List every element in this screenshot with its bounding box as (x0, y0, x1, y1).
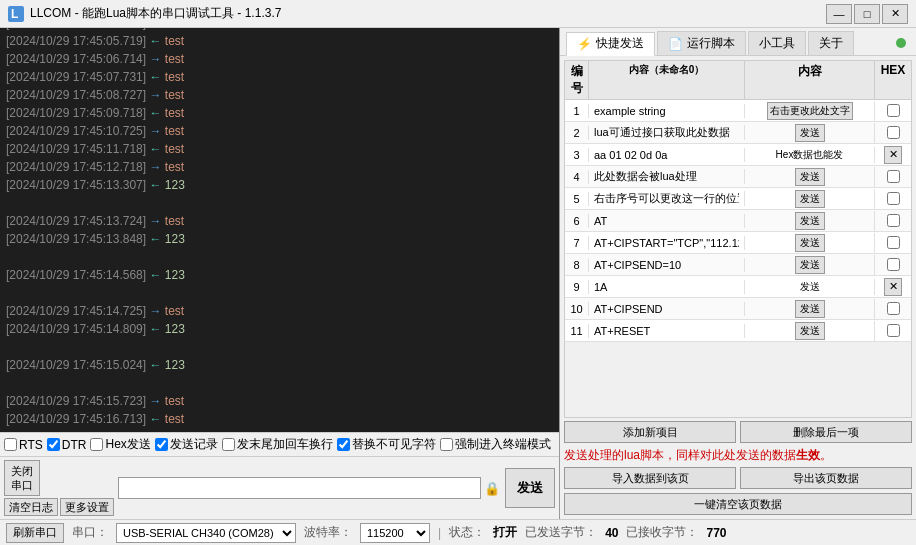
more-settings-button[interactable]: 更多设置 (60, 498, 114, 516)
delete-row-button[interactable]: ✕ (884, 278, 902, 296)
send-row-button[interactable]: 发送 (795, 212, 825, 230)
send-row-button[interactable]: 发送 (795, 190, 825, 208)
hex-checkbox[interactable] (887, 104, 900, 117)
terminal-line: [2024/10/29 17:45:16.713] ← test (6, 410, 553, 428)
content-input[interactable] (592, 105, 741, 117)
hex-checkbox[interactable] (887, 324, 900, 337)
hex-checkbox[interactable] (887, 258, 900, 271)
row-content[interactable] (589, 302, 745, 316)
delete-row-button[interactable]: ✕ (884, 146, 902, 164)
force-terminal-check[interactable]: 强制进入终端模式 (440, 436, 551, 453)
add-item-button[interactable]: 添加新项目 (564, 421, 736, 443)
refresh-port-button[interactable]: 刷新串口 (6, 523, 64, 543)
terminal-line: [2024/10/29 17:45:13.848] ← 123 (6, 230, 553, 248)
dtr-check[interactable]: DTR (47, 438, 87, 452)
send-row-button[interactable]: 发送 (795, 322, 825, 340)
window-controls: — □ ✕ (826, 4, 908, 24)
send-button[interactable]: 发送 (505, 468, 555, 508)
row-action: 右击更改此处文字 (745, 101, 875, 121)
terminal-input[interactable]: 123 (118, 477, 481, 499)
row-content[interactable] (589, 125, 745, 140)
hex-checkbox[interactable] (887, 302, 900, 315)
content-input[interactable] (592, 303, 741, 315)
table-row: 6发送 (565, 210, 911, 232)
hex-checkbox[interactable] (887, 126, 900, 139)
send-row-button[interactable]: 发送 (795, 234, 825, 252)
tools-label: 小工具 (759, 35, 795, 52)
force-terminal-checkbox[interactable] (440, 438, 453, 451)
quick-send-panel: 编号 内容（未命名0） 内容 HEX 1右击更改此处文字2发送3Hex数据也能发… (560, 56, 916, 519)
edit-text-button[interactable]: 右击更改此处文字 (767, 102, 853, 120)
content-input[interactable] (592, 127, 741, 139)
row-content[interactable] (589, 280, 745, 294)
row-content[interactable] (589, 191, 745, 206)
close-port-button[interactable]: 关闭 串口 (4, 460, 40, 496)
maximize-button[interactable]: □ (854, 4, 880, 24)
row-content[interactable] (589, 236, 745, 250)
terminal-line: [2024/10/29 17:45:15.723] → test (6, 392, 553, 410)
port-select[interactable]: USB-SERIAL CH340 (COM28) (116, 523, 296, 543)
import-button[interactable]: 导入数据到该页 (564, 467, 736, 489)
row-content[interactable] (589, 324, 745, 338)
send-row-button[interactable]: 发送 (795, 300, 825, 318)
clear-page-button[interactable]: 一键清空该页数据 (564, 493, 912, 515)
tab-run-script[interactable]: 📄 运行脚本 (657, 31, 746, 55)
row-action: 发送 (745, 299, 875, 319)
baud-select[interactable]: 115200 (360, 523, 430, 543)
hex-checkbox[interactable] (887, 214, 900, 227)
replace-special-check[interactable]: 替换不可见字符 (337, 436, 436, 453)
row-hex (875, 103, 911, 118)
row-num: 9 (565, 280, 589, 294)
dtr-checkbox[interactable] (47, 438, 60, 451)
minimize-button[interactable]: — (826, 4, 852, 24)
hex-send-check[interactable]: Hex发送 (90, 436, 150, 453)
table-row: 7发送 (565, 232, 911, 254)
row-content[interactable] (589, 258, 745, 272)
close-button[interactable]: ✕ (882, 4, 908, 24)
row-content[interactable] (589, 104, 745, 118)
send-row-button[interactable]: 发送 (795, 124, 825, 142)
terminal-line: [2024/10/29 17:45:13.724] → test (6, 212, 553, 230)
replace-special-checkbox[interactable] (337, 438, 350, 451)
terminal-line: [2024/10/29 17:45:12.718] → test (6, 158, 553, 176)
table-row: 2发送 (565, 122, 911, 144)
tab-quick-send[interactable]: ⚡ 快捷发送 (566, 32, 655, 56)
qs-note: 发送处理的lua脚本，同样对此处发送的数据生效。 (564, 446, 912, 465)
add-newline-check[interactable]: 发末尾加回车换行 (222, 436, 333, 453)
row-content[interactable] (589, 214, 745, 228)
export-button[interactable]: 导出该页数据 (740, 467, 912, 489)
content-input[interactable] (592, 149, 741, 161)
quick-send-label: 快捷发送 (596, 35, 644, 52)
rts-checkbox[interactable] (4, 438, 17, 451)
del-last-button[interactable]: 删除最后一项 (740, 421, 912, 443)
content-input[interactable] (592, 281, 741, 293)
send-row-button[interactable]: 发送 (795, 168, 825, 186)
row-hex (875, 213, 911, 228)
hex-label: 发送 (800, 280, 820, 294)
add-newline-checkbox[interactable] (222, 438, 235, 451)
input-area: 123 🔒 (118, 477, 501, 499)
hex-checkbox[interactable] (887, 170, 900, 183)
clear-log-button[interactable]: 清空日志 (4, 498, 58, 516)
send-record-checkbox[interactable] (155, 438, 168, 451)
content-input[interactable] (592, 171, 741, 183)
col-hex-header: HEX (875, 61, 911, 99)
tab-tools[interactable]: 小工具 (748, 31, 806, 55)
tab-about[interactable]: 关于 (808, 31, 854, 55)
content-input[interactable] (592, 215, 741, 227)
hex-send-checkbox[interactable] (90, 438, 103, 451)
content-input[interactable] (592, 259, 741, 271)
row-content[interactable] (589, 169, 745, 184)
content-input[interactable] (592, 193, 741, 205)
hex-checkbox[interactable] (887, 236, 900, 249)
content-input[interactable] (592, 237, 741, 249)
rts-check[interactable]: RTS (4, 438, 43, 452)
content-input[interactable] (592, 325, 741, 337)
terminal-line: [2024/10/29 17:45:07.731] ← test (6, 68, 553, 86)
hex-checkbox[interactable] (887, 192, 900, 205)
col-action-header: 内容 (745, 61, 875, 99)
row-action: 发送 (745, 211, 875, 231)
send-row-button[interactable]: 发送 (795, 256, 825, 274)
send-record-check[interactable]: 发送记录 (155, 436, 218, 453)
row-content[interactable] (589, 148, 745, 162)
